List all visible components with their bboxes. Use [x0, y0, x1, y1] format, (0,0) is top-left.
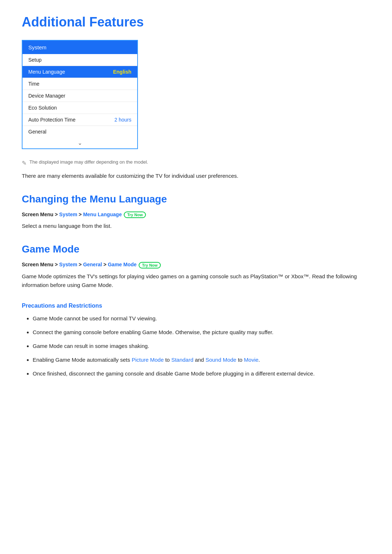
- list-item-3: Game Mode can result in some images shak…: [33, 342, 370, 350]
- menu-item: Auto Protection Time2 hours: [23, 114, 137, 126]
- list-item-2: Connect the gaming console before enabli…: [33, 328, 370, 337]
- nav-sep-2b: >: [102, 262, 108, 267]
- section-changing-menu-language: Changing the Menu Language Screen Menu >…: [22, 193, 370, 230]
- menu-header: System: [23, 41, 137, 54]
- nav-sep-1: >: [77, 212, 83, 217]
- subsection-title-precautions: Precautions and Restrictions: [22, 303, 370, 309]
- system-menu-box: System SetupMenu LanguageEnglishTimeDevi…: [22, 40, 138, 149]
- list-item-4: Enabling Game Mode automatically sets Pi…: [33, 356, 370, 364]
- nav-link-general[interactable]: General: [83, 262, 102, 267]
- menu-item-value: English: [113, 69, 131, 75]
- section-game-mode: Game Mode Screen Menu > System > General…: [22, 243, 370, 378]
- link-sound-mode[interactable]: Sound Mode: [205, 357, 236, 363]
- intro-text: There are many elements available for cu…: [22, 172, 370, 180]
- nav-link-menu-language[interactable]: Menu Language: [83, 212, 122, 217]
- menu-item: Eco Solution: [23, 102, 137, 114]
- menu-item-label: Auto Protection Time: [28, 117, 75, 123]
- menu-item-label: Eco Solution: [28, 105, 57, 111]
- menu-item-value: 2 hours: [114, 117, 131, 123]
- menu-item: General: [23, 126, 137, 138]
- nav-path-menu-language: Screen Menu > System > Menu LanguageTry …: [22, 212, 370, 218]
- menu-item[interactable]: Menu LanguageEnglish: [23, 66, 137, 78]
- menu-language-body: Select a menu language from the list.: [22, 222, 370, 230]
- pencil-icon: ✎: [22, 160, 26, 167]
- menu-item-label: Device Manager: [28, 93, 65, 99]
- nav-link-system-2[interactable]: System: [59, 262, 77, 267]
- link-standard[interactable]: Standard: [171, 357, 193, 363]
- nav-link-game-mode[interactable]: Game Mode: [108, 262, 136, 267]
- menu-item-label: Menu Language: [28, 69, 65, 75]
- menu-item: Device Manager: [23, 90, 137, 102]
- note-text: The displayed image may differ depending…: [29, 159, 148, 165]
- link-movie[interactable]: Movie: [244, 357, 258, 363]
- link-picture-mode[interactable]: Picture Mode: [132, 357, 164, 363]
- nav-path-game-mode: Screen Menu > System > General > Game Mo…: [22, 262, 370, 268]
- note-line: ✎ The displayed image may differ dependi…: [22, 159, 370, 167]
- menu-items-container: SetupMenu LanguageEnglishTimeDevice Mana…: [23, 54, 137, 138]
- precautions-list: Game Mode cannot be used for normal TV v…: [22, 314, 370, 378]
- nav-sep-2a: >: [77, 262, 83, 267]
- list-item-5: Once finished, disconnect the gaming con…: [33, 369, 370, 378]
- section-title-menu-language: Changing the Menu Language: [22, 193, 370, 205]
- nav-link-system-1[interactable]: System: [59, 212, 77, 217]
- page-title: Additional Features: [22, 15, 370, 30]
- menu-item: Time: [23, 78, 137, 90]
- menu-item-label: Setup: [28, 57, 42, 63]
- menu-item-label: General: [28, 129, 46, 135]
- menu-item-label: Time: [28, 81, 40, 87]
- nav-prefix-2: Screen Menu >: [22, 262, 59, 267]
- section-title-game-mode: Game Mode: [22, 243, 370, 255]
- try-now-badge-2[interactable]: Try Now: [139, 262, 161, 268]
- try-now-badge-1[interactable]: Try Now: [124, 212, 146, 218]
- menu-item: Setup: [23, 54, 137, 66]
- menu-chevron-icon: ⌄: [23, 138, 137, 148]
- nav-prefix-1: Screen Menu >: [22, 212, 59, 217]
- game-mode-body: Game Mode optimizes the TV's settings fo…: [22, 272, 370, 290]
- list-item-1: Game Mode cannot be used for normal TV v…: [33, 314, 370, 323]
